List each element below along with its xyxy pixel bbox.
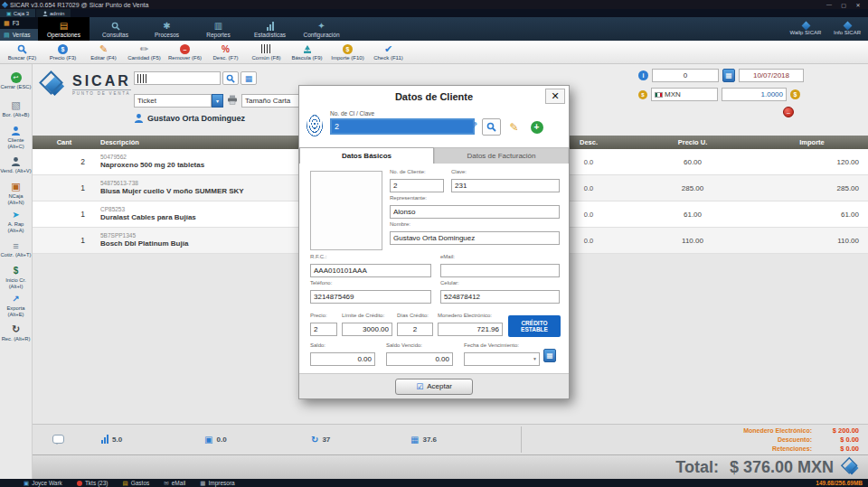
search-product-button[interactable]	[222, 71, 239, 85]
saldo-input[interactable]	[310, 352, 375, 366]
nombre-input[interactable]	[390, 231, 560, 245]
status-tickets[interactable]: Tkts (23)	[77, 480, 108, 486]
sidebar-cliente-button[interactable]: Cliente (Alt+C)	[0, 123, 32, 151]
tab-operaciones[interactable]: ▤ Operaciones	[38, 17, 90, 41]
info-icon[interactable]: i	[638, 70, 648, 80]
toolbar-buscar-button[interactable]: Buscar (F2)	[2, 41, 42, 63]
retenciones-label: Retenciones:	[772, 445, 812, 454]
maximize-button[interactable]: ▢	[836, 2, 851, 8]
no-cliente-input[interactable]	[390, 179, 444, 192]
sidebar-vendedor-button[interactable]: Vend. (Alt+V)	[0, 151, 32, 179]
customer-row[interactable]: Gustavo Orta Dominguez	[134, 113, 245, 123]
grid-icon: ▦	[245, 74, 253, 83]
dialog-close-button[interactable]: ✕	[545, 89, 565, 104]
expenses-icon: ▤	[123, 480, 128, 487]
seller-icon	[11, 155, 21, 167]
ticket-select[interactable]: Ticket	[134, 94, 212, 108]
sidebar-exportar-button[interactable]: ↗ Exporta (Alt+E)	[0, 291, 32, 319]
client-add-button[interactable]: +	[527, 118, 546, 136]
client-edit-button[interactable]: ✎	[505, 118, 524, 136]
saldo-vencido-input[interactable]	[386, 352, 453, 366]
session-tab-caja[interactable]: ▣ Caja 3	[0, 9, 35, 17]
toolbar-bascula-button[interactable]: Báscula (F9)	[287, 41, 327, 63]
package-icon: ▦	[410, 435, 419, 445]
tab-procesos[interactable]: ✱ Procesos	[141, 17, 193, 41]
client-search-section: No. de Cl / Clave 2 ✎ ✎ +	[299, 108, 569, 147]
notes-indicator[interactable]	[52, 435, 64, 444]
dialog-footer: ☑ Aceptar	[299, 373, 569, 398]
toolbar-check-button[interactable]: ✔ Check (F11)	[368, 41, 409, 63]
client-photo-placeholder[interactable]	[310, 171, 382, 250]
tab-estadisticas[interactable]: Estadísticas	[244, 17, 296, 41]
rfc-input[interactable]	[310, 264, 431, 277]
calendar-icon[interactable]: ▦	[722, 69, 735, 82]
exchange-rate-input[interactable]: 1.0000	[722, 88, 787, 101]
info-sicar-button[interactable]: Info SICAR	[826, 17, 868, 41]
remove-icon: –	[180, 43, 190, 54]
tab-configuracion[interactable]: ✦ Configuración	[296, 17, 347, 41]
stop-icon[interactable]: –	[783, 107, 794, 117]
toolbar-descuento-button[interactable]: % Desc. (F7)	[205, 41, 246, 63]
window-title: SICAR v3.0.654 R17029 @ Sicar Punto de V…	[10, 2, 148, 8]
close-button[interactable]: ✕	[851, 2, 865, 8]
minimize-button[interactable]: —	[822, 2, 836, 8]
toolbar-remover-button[interactable]: – Remover (F6)	[165, 41, 205, 63]
accept-button[interactable]: ☑ Aceptar	[395, 379, 473, 395]
descuento-value: $ 0.00	[817, 435, 859, 445]
total-label: Total:	[675, 458, 719, 477]
sidebar-inicio-credito-button[interactable]: $ Inicio Cr. (Alt+I)	[0, 263, 32, 291]
client-search-input[interactable]: 2	[330, 118, 475, 135]
wallp-sicar-button[interactable]: Wallp SICAR	[785, 17, 826, 41]
barcode-input[interactable]	[134, 71, 221, 85]
limite-credito-input[interactable]	[342, 323, 392, 336]
export-icon: ↗	[12, 293, 19, 304]
qty-input[interactable]: 0	[652, 69, 719, 82]
toolbar-precio-button[interactable]: $ Precio (F3)	[42, 41, 83, 63]
toolbar-editar-button[interactable]: ✎ Editar (F4)	[83, 41, 124, 63]
brand-tagline: PUNTO DE VENTA	[72, 89, 131, 96]
sidebar-cotizacion-button[interactable]: ≡ Cotiz. (Alt+T)	[0, 235, 32, 263]
status-gastos[interactable]: ▤ Gastos	[123, 480, 150, 487]
tickets-icon	[77, 481, 82, 486]
monedero-input[interactable]	[438, 323, 503, 336]
session-tab-admin[interactable]: admin	[36, 9, 71, 17]
catalog-button[interactable]: ▦	[241, 71, 257, 85]
tab-reportes[interactable]: ▥ Reportes	[193, 17, 244, 41]
tab-f3[interactable]: ▦ F3	[0, 17, 38, 29]
fingerprint-icon	[307, 115, 323, 136]
toolbar-cantidad-button[interactable]: ✏ Cantidad (F5)	[124, 41, 165, 63]
clave-input[interactable]	[451, 179, 560, 192]
sidebar-borrar-button[interactable]: ▧ Bor. (Alt+B)	[0, 95, 32, 123]
dias-credito-input[interactable]	[397, 323, 433, 336]
status-scale[interactable]: ▣ Joyce Wark	[24, 480, 62, 487]
precio-input[interactable]	[310, 323, 337, 336]
date-field[interactable]: 10/07/2018	[739, 69, 804, 82]
calendar-icon[interactable]: ▦	[543, 349, 556, 362]
toolbar-comun-button[interactable]: Común (F8)	[246, 41, 287, 63]
celular-input[interactable]	[440, 290, 560, 304]
sidebar-ncaja-button[interactable]: ▣ NCaja (Alt+N)	[0, 179, 32, 207]
currency-select[interactable]: MXN	[651, 88, 718, 101]
sidebar-cerrar-button[interactable]: ↩ Cerrar (ESC)	[0, 67, 32, 95]
sidebar-articulo-rapido-button[interactable]: ➤ A. Rap (Alt+A)	[0, 207, 32, 235]
box-icon: ▣	[204, 435, 212, 445]
status-impresora[interactable]: ▦ Impresora	[200, 480, 234, 487]
fecha-vencimiento-input[interactable]	[464, 352, 540, 366]
printer-icon: ▦	[200, 480, 205, 487]
amount-icon: $	[343, 43, 353, 54]
tab-datos-basicos[interactable]: Datos Básicos	[299, 147, 434, 164]
sidebar-recuperar-button[interactable]: ↻ Rec. (Alt+R)	[0, 319, 32, 347]
field-no-cliente: No. de Cliente:	[390, 169, 444, 192]
status-email[interactable]: ✉ eMail	[164, 480, 185, 487]
chevron-down-icon: ▼	[533, 356, 537, 361]
tab-datos-facturacion[interactable]: Datos de Facturación	[434, 147, 569, 164]
representante-input[interactable]	[390, 205, 560, 219]
tab-consultas[interactable]: Consultas	[90, 17, 141, 41]
ticket-dropdown-button[interactable]: ▾	[212, 94, 223, 108]
telefono-input[interactable]	[310, 290, 431, 304]
email-input[interactable]	[440, 264, 560, 277]
client-search-button[interactable]	[482, 118, 501, 136]
toolbar-importe-button[interactable]: $ Importe (F10)	[327, 41, 368, 63]
col-cant: Cant	[33, 138, 96, 146]
tab-ventas[interactable]: ▤ Ventas	[0, 29, 38, 41]
